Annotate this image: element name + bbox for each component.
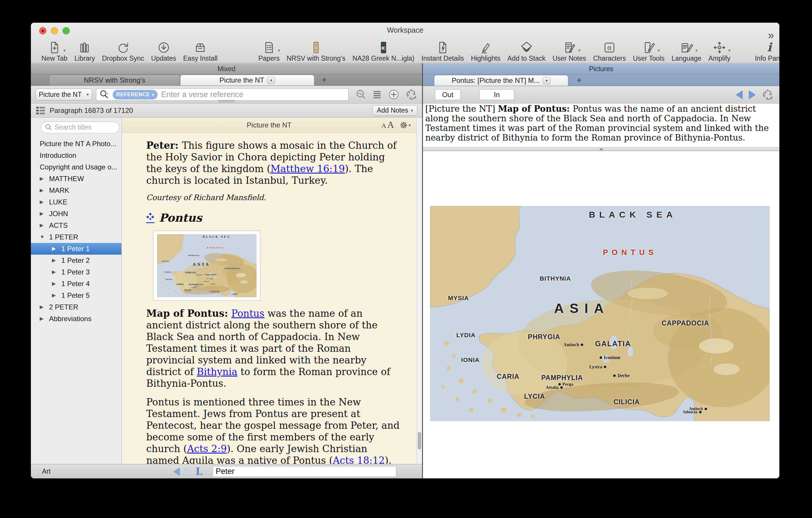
sidebar-item-1-peter-1[interactable]: ▶1 Peter 1 [31, 243, 121, 255]
sync-panes-icon[interactable] [761, 89, 774, 101]
disclosure-closed-icon[interactable]: ▶ [40, 199, 49, 205]
map-thumbnail[interactable]: BLACK SEAPONTUSBITHYNIAMYSIAASIACAPPADOC… [153, 231, 260, 301]
location-marker[interactable]: L [196, 466, 202, 477]
sidebar-item-copyright-and-usage-o[interactable]: Copyright and Usage o... [31, 161, 121, 173]
scripture-link[interactable]: Bithynia [197, 366, 237, 377]
sidebar-item-1-peter-4[interactable]: ▶1 Peter 4 [31, 278, 121, 290]
sidebar-item-matthew[interactable]: ▶MATTHEW [31, 173, 121, 185]
sidebar-item-luke[interactable]: ▶LUKE [31, 196, 121, 208]
fuzzy-search-icon[interactable] [355, 89, 366, 100]
toolbar-item-highlights[interactable]: Highlights [471, 38, 500, 62]
previous-picture-icon[interactable] [736, 90, 743, 99]
add-parallel-icon[interactable] [388, 89, 399, 100]
font-size-control[interactable]: A A [381, 117, 394, 133]
disclosure-closed-icon[interactable]: ▶ [52, 269, 61, 275]
toolbar-item-updates[interactable]: Updates [151, 38, 176, 62]
toolbar-item-new-tab[interactable]: ▾New Tab [41, 38, 67, 62]
zone-header-pictures[interactable]: Pictures [423, 63, 779, 74]
toolbar-item-easy-install[interactable]: Easy Install [183, 38, 218, 62]
toolbar-item-user-tools[interactable]: ▾User Tools [633, 38, 664, 62]
sidebar-item-1-peter-2[interactable]: ▶1 Peter 2 [31, 255, 121, 266]
toolbar-item-characters[interactable]: αCharacters [593, 38, 626, 62]
context-lines-icon[interactable] [372, 89, 382, 100]
disclosure-closed-icon[interactable]: ▶ [52, 246, 61, 252]
zoom-button[interactable] [62, 27, 70, 34]
city-dot-icon [699, 411, 701, 413]
sidebar-item-1-peter-3[interactable]: ▶1 Peter 3 [31, 266, 121, 278]
search-scope-button[interactable]: Picture the NT ▾ [36, 89, 92, 100]
chevron-down-icon: ▾ [409, 118, 411, 133]
zoom-in-button[interactable]: In [479, 89, 514, 100]
toolbar-item-papers[interactable]: ▾Papers [258, 38, 280, 62]
minimize-button[interactable] [51, 27, 58, 34]
disclosure-closed-icon[interactable]: ▶ [52, 292, 61, 298]
disclosure-closed-icon[interactable]: ▶ [52, 257, 61, 263]
toolbar-item-instant-details[interactable]: Instant Details [422, 38, 464, 62]
text-scrollbar[interactable] [416, 118, 422, 464]
sidebar-item-introduction[interactable]: Introduction [31, 150, 121, 161]
settings-control[interactable]: ▾ [400, 118, 411, 133]
sidebar-item-mark[interactable]: ▶MARK [31, 185, 121, 196]
forward-arrow-icon[interactable] [184, 467, 191, 476]
sidebar-item-1-peter[interactable]: ▼1 PETER [31, 231, 121, 243]
sidebar-item-label: JOHN [49, 210, 68, 218]
toolbar-item-book-blue[interactable]: NA28 Greek N...igla) [353, 38, 414, 62]
entry-diamond-icon[interactable] [146, 212, 154, 223]
tab-dropdown-icon[interactable]: ▾ [267, 77, 275, 84]
disclosure-closed-icon[interactable]: ▶ [40, 304, 49, 310]
scripture-link[interactable]: Pontus [231, 308, 264, 319]
tab-dropdown-icon[interactable]: ▾ [543, 77, 550, 84]
instant-details-icon [436, 38, 450, 54]
toolbar-item-library[interactable]: Library [75, 38, 95, 62]
tab-picture-the-nt[interactable]: Picture the NT ▾ [180, 75, 314, 86]
pane-resize-handle[interactable] [218, 99, 235, 103]
scripture-link[interactable]: Acts 2:9 [187, 443, 227, 454]
next-picture-icon[interactable] [749, 90, 756, 99]
disclosure-closed-icon[interactable]: ▶ [40, 315, 49, 322]
disclosure-closed-icon[interactable]: ▶ [40, 187, 49, 193]
go-to-input[interactable]: Peter [212, 466, 396, 477]
sidebar-item-acts[interactable]: ▶ACTS [31, 220, 121, 231]
toolbar-item-book-tan[interactable]: NRSV with Strong’s [287, 38, 346, 62]
pontus-map-large[interactable]: BLACK SEAPONTUSBITHYNIAMYSIAASIACAPPADOC… [430, 206, 770, 421]
article-text[interactable]: Peter: This figure shows a mosaic in the… [122, 133, 416, 464]
zone-header-mixed[interactable]: Mixed [31, 63, 422, 74]
scripture-link[interactable]: Acts 18:12 [333, 455, 385, 464]
close-button[interactable] [39, 27, 47, 34]
sidebar-item-picture-the-nt-a-photo[interactable]: Picture the NT A Photo... [31, 138, 121, 150]
sidebar-item-1-peter-5[interactable]: ▶1 Peter 5 [31, 290, 121, 301]
sidebar-item-2-peter[interactable]: ▶2 PETER [31, 301, 121, 313]
sidebar-item-john[interactable]: ▶JOHN [31, 208, 121, 220]
toolbar-item-sync[interactable]: Dropbox Sync [102, 38, 144, 62]
toolbar-item-user-notes[interactable]: ▾User Notes [553, 38, 586, 62]
reference-pill[interactable]: REFERENCE ▾ [113, 90, 157, 99]
zoom-out-button[interactable]: Out [435, 89, 461, 100]
add-notes-button[interactable]: Add Notes ▾ [372, 105, 417, 116]
sidebar-item-abbreviations[interactable]: ▶Abbreviations [31, 313, 121, 325]
scripture-link[interactable]: Matthew 16:19 [270, 163, 345, 175]
disclosure-closed-icon[interactable]: ▶ [52, 281, 61, 287]
scrollbar-thumb[interactable] [418, 432, 421, 450]
zone-label[interactable]: Art [42, 467, 51, 476]
disclosure-open-icon[interactable]: ▼ [40, 234, 49, 240]
new-tab-button[interactable]: + [316, 75, 333, 85]
search-titles-input[interactable]: Search titles [41, 122, 119, 133]
toolbar-overflow-chevron[interactable]: » [768, 29, 774, 42]
verse-search-input[interactable]: REFERENCE ▾ Enter a verse reference [96, 88, 348, 101]
toolbar-item-stack[interactable]: Add to Stack [508, 38, 546, 62]
sync-panes-icon[interactable] [405, 88, 417, 101]
pontus-heading: Pontus [146, 212, 400, 224]
picture-caption-text[interactable]: [Picture the NT] Map of Pontus: Pontus w… [423, 103, 779, 147]
new-tab-button[interactable]: + [570, 75, 588, 85]
toolbar-item-info[interactable]: iInfo Pane [755, 38, 780, 62]
caption-splitter[interactable] [423, 147, 779, 151]
paragraph-list-icon[interactable] [36, 106, 46, 115]
back-arrow-icon[interactable] [173, 467, 180, 476]
tab-pontus-picture[interactable]: Pontus: [Picture the NT] M... ▾ [434, 75, 568, 86]
disclosure-closed-icon[interactable]: ▶ [40, 176, 49, 182]
disclosure-closed-icon[interactable]: ▶ [40, 222, 49, 228]
tab-nrsv[interactable]: NRSV with Strong’s [49, 75, 180, 86]
toolbar-item-language[interactable]: ▾Language [672, 38, 701, 62]
toolbar-item-amplify[interactable]: ▾Amplify [708, 38, 730, 62]
disclosure-closed-icon[interactable]: ▶ [40, 211, 49, 217]
